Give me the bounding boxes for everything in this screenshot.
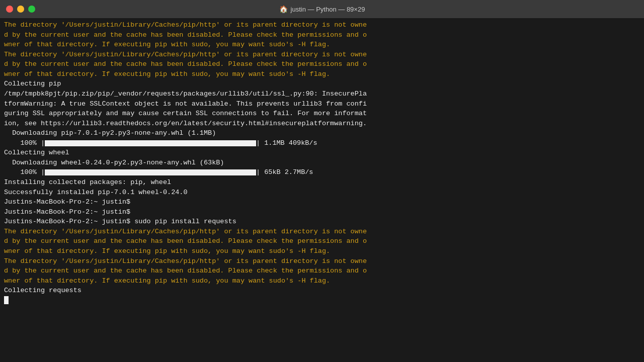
output-line: tformWarning: A true SSLContext object i…: [4, 99, 640, 109]
terminal-cursor: [4, 296, 9, 304]
warning-line: The directory '/Users/justin/Library/Cac…: [4, 227, 640, 237]
prompt-line: Justins-MacBook-Pro-2:~ justin$: [4, 197, 640, 207]
progress-prefix: 100% |: [4, 167, 45, 177]
warning-line: d by the current user and the cache has …: [4, 266, 640, 276]
progress-suffix: | 65kB 2.7MB/s: [256, 167, 313, 177]
close-button[interactable]: [6, 6, 13, 13]
home-icon: 🏠: [279, 5, 288, 13]
warning-line: wner of that directory. If executing pip…: [4, 276, 640, 286]
progress-suffix: | 1.1MB 409kB/s: [256, 138, 317, 148]
window-controls[interactable]: [6, 6, 35, 13]
warning-line: d by the current user and the cache has …: [4, 236, 640, 246]
warning-line: The directory '/Users/justin/Library/Cac…: [4, 20, 640, 30]
progress-bar-fill: [45, 169, 256, 175]
output-line: Collecting pip: [4, 79, 640, 89]
warning-line: The directory '/Users/justin/Library/Cac…: [4, 50, 640, 60]
warning-line: d by the current user and the cache has …: [4, 30, 640, 40]
title-bar-text: 🏠 justin — Python — 89×29: [279, 5, 365, 13]
terminal-body[interactable]: The directory '/Users/justin/Library/Cac…: [0, 18, 644, 362]
warning-line: The directory '/Users/justin/Library/Cac…: [4, 256, 640, 266]
prompt-line: Justins-MacBook-Pro-2:~ justin$ sudo pip…: [4, 217, 640, 227]
output-line: Collecting requests: [4, 286, 640, 296]
maximize-button[interactable]: [28, 6, 35, 13]
terminal-window: 🏠 justin — Python — 89×29 The directory …: [0, 0, 644, 362]
output-line: Downloading pip-7.0.1-py2.py3-none-any.w…: [4, 128, 640, 138]
warning-line: wner of that directory. If executing pip…: [4, 69, 640, 79]
prompt-line: Justins-MacBook-Pro-2:~ justin$: [4, 207, 640, 217]
progress-line: 100% || 65kB 2.7MB/s: [4, 167, 640, 177]
warning-line: wner of that directory. If executing pip…: [4, 40, 640, 50]
progress-line: 100% || 1.1MB 409kB/s: [4, 138, 640, 148]
titlebar: 🏠 justin — Python — 89×29: [0, 0, 644, 18]
progress-prefix: 100% |: [4, 138, 45, 148]
warning-line: wner of that directory. If executing pip…: [4, 246, 640, 256]
output-line: Collecting wheel: [4, 148, 640, 158]
output-line: guring SSL appropriately and may cause c…: [4, 109, 640, 119]
output-line: Downloading wheel-0.24.0-py2.py3-none-an…: [4, 158, 640, 168]
warning-line: d by the current user and the cache has …: [4, 59, 640, 69]
cursor-line: [4, 296, 640, 306]
progress-bar-fill: [45, 140, 256, 146]
output-line: /tmp/tmpbk8pjt/pip.zip/pip/_vendor/reque…: [4, 89, 640, 99]
output-line: ion, see https://urllib3.readthedocs.org…: [4, 119, 640, 129]
window-title: justin — Python — 89×29: [291, 6, 365, 13]
output-line: Installing collected packages: pip, whee…: [4, 177, 640, 188]
minimize-button[interactable]: [17, 6, 24, 13]
output-line: Successfully installed pip-7.0.1 wheel-0…: [4, 188, 640, 198]
